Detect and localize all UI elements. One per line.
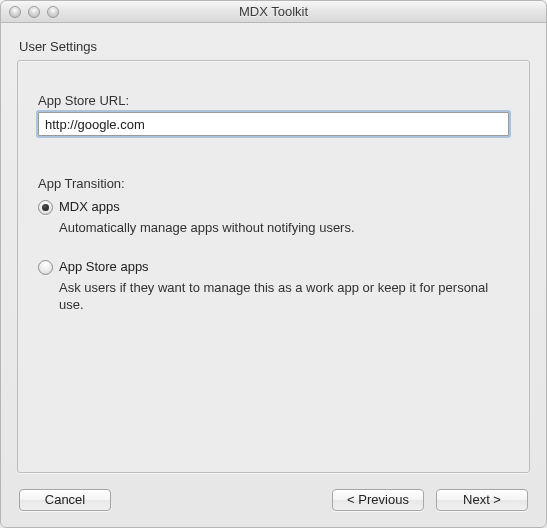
radio-label: App Store apps bbox=[59, 259, 149, 274]
window-controls bbox=[9, 6, 59, 18]
content-area: User Settings App Store URL: App Transit… bbox=[1, 23, 546, 473]
zoom-icon[interactable] bbox=[47, 6, 59, 18]
close-icon[interactable] bbox=[9, 6, 21, 18]
radio-mdx-apps[interactable]: MDX apps bbox=[38, 199, 509, 215]
radio-icon[interactable] bbox=[38, 200, 53, 215]
transition-label: App Transition: bbox=[38, 176, 509, 191]
radio-mdx-desc: Automatically manage apps without notify… bbox=[59, 219, 509, 237]
next-button[interactable]: Next > bbox=[436, 489, 528, 511]
url-label: App Store URL: bbox=[38, 93, 509, 108]
button-bar: Cancel < Previous Next > bbox=[1, 473, 546, 527]
minimize-icon[interactable] bbox=[28, 6, 40, 18]
radio-app-store-apps[interactable]: App Store apps bbox=[38, 259, 509, 275]
cancel-button[interactable]: Cancel bbox=[19, 489, 111, 511]
radio-label: MDX apps bbox=[59, 199, 120, 214]
window-title: MDX Toolkit bbox=[1, 4, 546, 19]
radio-icon[interactable] bbox=[38, 260, 53, 275]
previous-button[interactable]: < Previous bbox=[332, 489, 424, 511]
titlebar[interactable]: MDX Toolkit bbox=[1, 1, 546, 23]
app-store-url-input[interactable] bbox=[38, 112, 509, 136]
section-title: User Settings bbox=[19, 39, 530, 54]
settings-panel: App Store URL: App Transition: MDX apps … bbox=[17, 60, 530, 473]
radio-store-desc: Ask users if they want to manage this as… bbox=[59, 279, 509, 314]
app-window: MDX Toolkit User Settings App Store URL:… bbox=[0, 0, 547, 528]
